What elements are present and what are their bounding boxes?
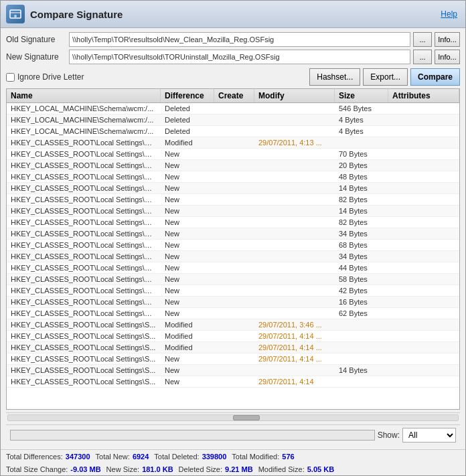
table-row[interactable]: HKEY_CLASSES_ROOT\Local Settings\S... Mo… (7, 319, 459, 331)
new-sig-info-button[interactable]: Info... (435, 50, 460, 64)
cell-size: 70 Bytes (335, 149, 388, 159)
table-row[interactable]: HKEY_CLASSES_ROOT\Local Settings\M... Ne… (7, 194, 459, 206)
cell-diff: Modified (161, 137, 214, 148)
old-sig-info-button[interactable]: Info... (435, 32, 460, 47)
export-button[interactable]: Export... (363, 68, 408, 86)
cell-name: HKEY_CLASSES_ROOT\Local Settings\M... (7, 149, 161, 159)
cell-attr (388, 353, 459, 364)
cell-diff: New (161, 251, 214, 262)
cell-diff: Deleted (161, 114, 214, 125)
cell-attr (388, 126, 459, 137)
total-deleted-group: Total Deleted: 339800 (154, 453, 226, 461)
table-row[interactable]: HKEY_CLASSES_ROOT\Local Settings\M... Ne… (7, 206, 459, 217)
cell-name: HKEY_CLASSES_ROOT\Local Settings\M... (7, 274, 161, 285)
cell-diff: New (161, 194, 214, 205)
cell-create (214, 353, 254, 364)
cell-attr (388, 217, 459, 228)
stats-row-2: Total Size Change: -9.03 MB New Size: 18… (1, 463, 465, 475)
cell-size: 34 Bytes (335, 251, 388, 262)
cell-size: 48 Bytes (335, 171, 388, 182)
cell-modify: 29/07/2011, 4:14 ... (254, 342, 335, 353)
cell-diff: New (161, 376, 214, 387)
cell-diff: New (161, 149, 214, 159)
cell-modify (254, 308, 335, 319)
total-differences-label: Total Differences: (6, 453, 63, 461)
cell-name: HKEY_LOCAL_MACHINE\Schema\wcm:/... (7, 103, 161, 114)
table-body[interactable]: HKEY_LOCAL_MACHINE\Schema\wcm:/... Delet… (7, 103, 459, 409)
cell-size (335, 376, 388, 387)
cell-modify (254, 206, 335, 216)
cell-create (214, 376, 254, 387)
table-row[interactable]: HKEY_LOCAL_MACHINE\Schema\wcm:/... Delet… (7, 114, 459, 126)
h-scroll-track[interactable] (7, 414, 459, 421)
cell-create (214, 206, 254, 216)
cell-size: 20 Bytes (335, 160, 388, 171)
cell-modify (254, 149, 335, 159)
old-sig-input[interactable] (69, 32, 410, 47)
h-scroll-thumb[interactable] (233, 415, 260, 420)
cell-diff: New (161, 217, 214, 228)
cell-diff: New (161, 240, 214, 250)
table-row[interactable]: HKEY_CLASSES_ROOT\Local Settings\M... Ne… (7, 308, 459, 319)
ignore-drive-letter-label[interactable]: Ignore Drive Letter (6, 72, 84, 82)
table-row[interactable]: HKEY_CLASSES_ROOT\Local Settings\S... Mo… (7, 331, 459, 342)
table-row[interactable]: HKEY_CLASSES_ROOT\Local Settings\M... Ne… (7, 262, 459, 274)
cell-diff: New (161, 308, 214, 319)
table-row[interactable]: HKEY_LOCAL_MACHINE\Schema\wcm:/... Delet… (7, 103, 459, 114)
show-label: Show: (378, 430, 400, 440)
table-row[interactable]: HKEY_CLASSES_ROOT\Local Settings\S... Ne… (7, 353, 459, 365)
cell-name: HKEY_CLASSES_ROOT\Local Settings\M... (7, 297, 161, 307)
table-row[interactable]: HKEY_LOCAL_MACHINE\Schema\wcm:/... Delet… (7, 126, 459, 137)
compare-button[interactable]: Compare (410, 68, 460, 86)
cell-diff: New (161, 365, 214, 376)
cell-name: HKEY_CLASSES_ROOT\Local Settings\S... (7, 342, 161, 353)
table-row[interactable]: HKEY_CLASSES_ROOT\Local Settings\M... Ne… (7, 183, 459, 194)
table-row[interactable]: HKEY_CLASSES_ROOT\Local Settings\M... Mo… (7, 137, 459, 149)
cell-create (214, 262, 254, 273)
total-size-change-group: Total Size Change: -9.03 MB (6, 465, 101, 473)
table-row[interactable]: HKEY_CLASSES_ROOT\Local Settings\M... Ne… (7, 228, 459, 240)
cell-create (214, 308, 254, 319)
bottom-bar: Show: All New Deleted Modified (6, 424, 460, 445)
new-sig-row: New Signature ... Info... (6, 50, 460, 64)
table-row[interactable]: HKEY_CLASSES_ROOT\Local Settings\S... Ne… (7, 376, 459, 388)
old-sig-label: Old Signature (6, 35, 66, 44)
help-link[interactable]: Help (441, 9, 457, 19)
cell-diff: New (161, 228, 214, 239)
total-new-group: Total New: 6924 (96, 453, 149, 461)
table-row[interactable]: HKEY_CLASSES_ROOT\Local Settings\M... Ne… (7, 251, 459, 262)
cell-diff: New (161, 353, 214, 364)
col-name: Name (7, 89, 161, 102)
show-select[interactable]: All New Deleted Modified (402, 428, 456, 443)
cell-attr (388, 206, 459, 216)
cell-create (214, 297, 254, 307)
cell-name: HKEY_CLASSES_ROOT\Local Settings\M... (7, 217, 161, 228)
hashset-button[interactable]: Hashset... (309, 68, 360, 86)
cell-attr (388, 274, 459, 285)
table-row[interactable]: HKEY_CLASSES_ROOT\Local Settings\M... Ne… (7, 240, 459, 251)
new-sig-input[interactable] (69, 50, 410, 64)
old-sig-browse-button[interactable]: ... (413, 32, 432, 47)
cell-modify: 29/07/2011, 4:14 ... (254, 353, 335, 364)
cell-modify (254, 285, 335, 296)
table-row[interactable]: HKEY_CLASSES_ROOT\Local Settings\M... Ne… (7, 285, 459, 297)
cell-create (214, 137, 254, 148)
total-deleted-value: 339800 (202, 453, 227, 461)
table-row[interactable]: HKEY_CLASSES_ROOT\Local Settings\M... Ne… (7, 149, 459, 160)
cell-attr (388, 160, 459, 171)
title-bar-left: Compare Signature (6, 5, 123, 23)
cell-diff: Modified (161, 342, 214, 353)
table-row[interactable]: HKEY_CLASSES_ROOT\Local Settings\S... Ne… (7, 365, 459, 376)
cell-create (214, 171, 254, 182)
cell-name: HKEY_CLASSES_ROOT\Local Settings\M... (7, 171, 161, 182)
cell-modify (254, 297, 335, 307)
horizontal-scrollbar[interactable] (6, 412, 460, 422)
table-row[interactable]: HKEY_CLASSES_ROOT\Local Settings\S... Mo… (7, 342, 459, 353)
table-row[interactable]: HKEY_CLASSES_ROOT\Local Settings\M... Ne… (7, 274, 459, 285)
table-row[interactable]: HKEY_CLASSES_ROOT\Local Settings\M... Ne… (7, 160, 459, 171)
table-row[interactable]: HKEY_CLASSES_ROOT\Local Settings\M... Ne… (7, 297, 459, 308)
ignore-drive-letter-checkbox[interactable] (6, 73, 15, 82)
table-row[interactable]: HKEY_CLASSES_ROOT\Local Settings\M... Ne… (7, 217, 459, 228)
new-sig-browse-button[interactable]: ... (413, 50, 432, 64)
table-row[interactable]: HKEY_CLASSES_ROOT\Local Settings\M... Ne… (7, 171, 459, 183)
